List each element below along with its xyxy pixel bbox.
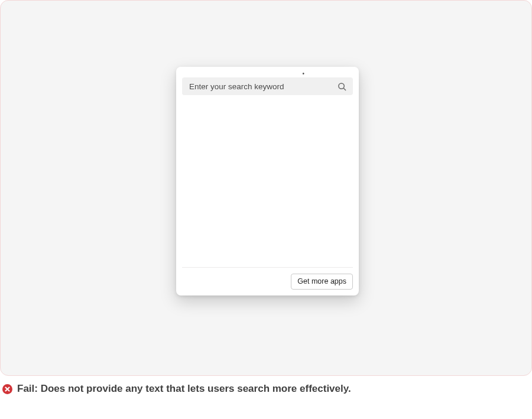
search-panel: • Get more apps xyxy=(176,67,359,295)
get-more-apps-button[interactable]: Get more apps xyxy=(291,274,353,290)
svg-line-1 xyxy=(343,88,346,90)
results-area xyxy=(182,95,353,267)
panel-decoration-dot: • xyxy=(302,71,304,77)
caption-text: Fail: Does not provide any text that let… xyxy=(17,383,351,395)
search-field-container xyxy=(182,77,353,95)
svg-point-0 xyxy=(338,83,343,88)
search-input[interactable] xyxy=(188,82,335,92)
caption-row: Fail: Does not provide any text that let… xyxy=(2,383,351,395)
fail-icon xyxy=(2,384,12,394)
panel-footer: Get more apps xyxy=(182,267,353,290)
example-stage: • Get more apps xyxy=(0,0,532,376)
search-icon[interactable] xyxy=(335,80,348,93)
